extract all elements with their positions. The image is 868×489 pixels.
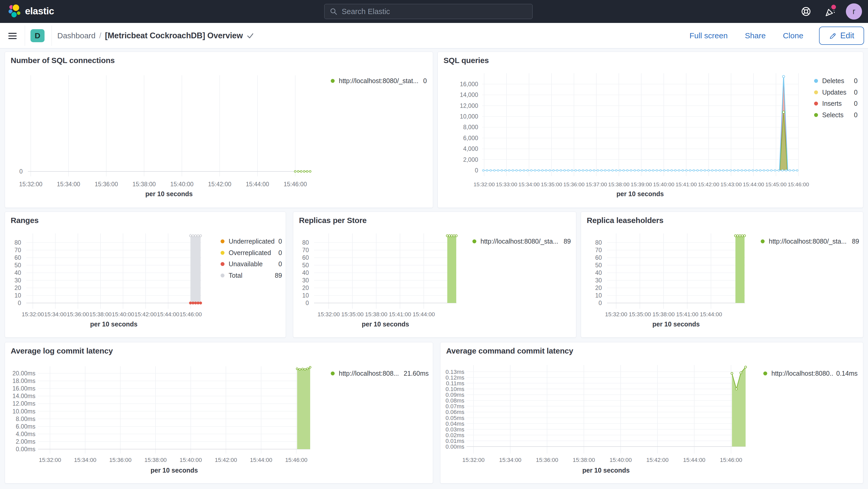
newsfeed-icon[interactable]: [821, 0, 839, 23]
search-icon: [330, 7, 338, 16]
data-point: [575, 170, 577, 172]
data-point: [486, 170, 488, 172]
chart-cmd_latency[interactable]: 15:32:0015:34:0015:36:0015:38:0015:40:00…: [440, 342, 864, 484]
legend-item[interactable]: Overreplicated0: [221, 247, 282, 258]
x-tick-label: 15:40:00: [180, 457, 202, 463]
legend-value: 21.60ms: [404, 370, 429, 377]
data-point: [719, 170, 721, 172]
x-tick-label: 15:36:00: [536, 457, 558, 463]
x-tick-label: 15:43:00: [720, 181, 742, 187]
data-point: [767, 170, 769, 172]
x-tick-label: 15:38:00: [132, 181, 156, 188]
elastic-logo[interactable]: [7, 3, 23, 21]
legend-item[interactable]: Updates0: [814, 87, 858, 98]
x-tick-label: 15:32:00: [39, 457, 61, 463]
y-tick-label: 70: [14, 247, 21, 253]
x-tick-label: 15:44:00: [700, 311, 722, 317]
data-point: [608, 170, 610, 172]
data-point: [736, 388, 738, 390]
user-avatar[interactable]: r: [846, 3, 862, 20]
chart-replicas[interactable]: 15:32:0015:35:0015:38:0015:41:0015:44:00…: [293, 212, 577, 338]
data-point: [582, 170, 584, 172]
data-point: [685, 170, 687, 172]
data-point: [192, 235, 194, 237]
data-point: [523, 170, 525, 172]
data-point: [307, 368, 308, 370]
data-point: [667, 170, 669, 172]
help-icon[interactable]: [797, 0, 815, 23]
divider: [25, 26, 25, 46]
legend-item[interactable]: http://localhost:8080...0.14ms: [763, 368, 858, 379]
legend-item[interactable]: Selects0: [814, 109, 858, 121]
x-tick-label: 15:44:00: [250, 457, 272, 463]
panel-replicas-per-store: Replicas per Store 15:32:0015:35:0015:38…: [293, 212, 576, 338]
share-button[interactable]: Share: [743, 31, 767, 40]
search-input[interactable]: Search Elastic: [324, 4, 533, 19]
x-tick-label: 15:40:00: [653, 181, 675, 187]
legend-dot: [472, 239, 476, 243]
chart-sql_queries[interactable]: 15:32:0015:33:0015:34:0015:35:0015:36:00…: [438, 52, 864, 208]
data-point: [541, 170, 543, 172]
data-point: [782, 111, 785, 113]
panel-number-of-sql-connections: Number of SQL connections 15:32:0015:34:…: [5, 52, 433, 208]
legend-label: http://localhost:8080...: [771, 370, 833, 377]
menu-icon[interactable]: [8, 30, 18, 41]
legend-item[interactable]: http://localhost:808...21.60ms: [331, 368, 429, 379]
breadcrumb-dashboard[interactable]: Dashboard: [57, 31, 96, 40]
legend-value: 0: [278, 260, 282, 268]
data-point: [194, 235, 197, 237]
x-tick-label: 15:44:00: [683, 457, 706, 463]
check-icon[interactable]: [246, 32, 254, 40]
full-screen-button[interactable]: Full screen: [688, 31, 729, 40]
breadcrumb: Dashboard / [Metricbeat CockroachDB] Ove…: [57, 23, 254, 49]
data-point: [553, 170, 554, 172]
legend-item[interactable]: Total89: [221, 270, 282, 281]
x-tick-label: 15:36:00: [95, 181, 118, 188]
data-point: [737, 235, 739, 237]
y-tick-label: 0: [475, 167, 478, 174]
data-point: [549, 170, 551, 172]
legend-item[interactable]: Deletes0: [814, 75, 858, 87]
x-tick-label: 15:36:00: [109, 457, 131, 463]
legend-item[interactable]: Unavailable0: [221, 258, 282, 270]
clone-button[interactable]: Clone: [781, 31, 805, 40]
x-axis-label: per 10 seconds: [145, 190, 193, 197]
data-point: [745, 366, 747, 368]
data-point: [739, 235, 741, 237]
chart-log_latency[interactable]: 15:32:0015:34:0015:36:0015:38:0015:40:00…: [5, 342, 433, 484]
y-tick-label: 40: [302, 269, 309, 276]
y-tick-label: 50: [302, 262, 309, 269]
x-tick-label: 15:42:00: [646, 457, 669, 463]
data-point: [735, 235, 737, 237]
legend-label: Deletes: [822, 77, 851, 85]
chart-leaseholders[interactable]: 15:32:0015:35:0015:38:0015:41:0015:44:00…: [581, 212, 864, 338]
x-tick-label: 15:32:00: [462, 457, 485, 463]
legend-value: 89: [564, 238, 571, 245]
panel-average-command-commit-latency: Average command commit latency 15:32:001…: [440, 342, 863, 484]
edit-button[interactable]: Edit: [819, 27, 864, 45]
y-tick-label: 10: [302, 292, 309, 299]
legend-item[interactable]: Inserts0: [814, 98, 858, 109]
x-tick-label: 15:32:00: [317, 311, 340, 317]
data-point: [789, 170, 790, 172]
series-area: [732, 367, 746, 447]
data-point: [770, 170, 772, 172]
legend-item[interactable]: Underreplicated0: [221, 236, 282, 247]
y-tick-label: 0.11ms: [446, 380, 464, 387]
y-tick-label: 20: [14, 284, 21, 291]
y-tick-label: 60: [14, 254, 21, 261]
legend-value: 0: [854, 111, 858, 119]
data-point: [748, 170, 750, 172]
legend-item[interactable]: http://localhost:8080/_stat...0: [331, 75, 427, 87]
global-header: elastic Search Elastic r: [0, 0, 868, 23]
space-badge[interactable]: D: [30, 29, 44, 42]
y-tick-label: 0.09ms: [445, 392, 464, 398]
legend-item[interactable]: http://localhost:8080/_sta...89: [472, 236, 571, 247]
data-point: [689, 170, 691, 172]
x-tick-label: 15:45:00: [765, 181, 787, 187]
data-point: [306, 171, 308, 172]
x-tick-label: 15:38:00: [608, 181, 629, 187]
data-point: [634, 170, 636, 172]
data-point: [663, 170, 665, 172]
legend-item[interactable]: http://localhost:8080/_sta...89: [761, 236, 859, 247]
